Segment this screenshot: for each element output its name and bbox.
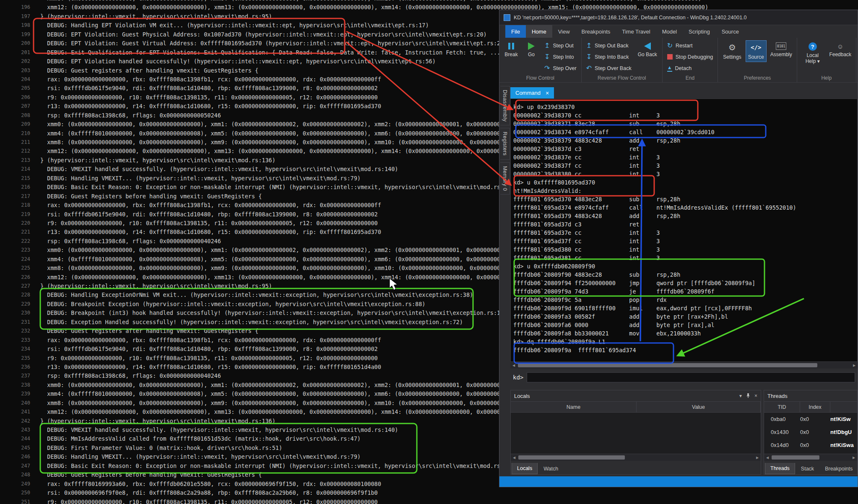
- scrollbar-thumb[interactable]: [772, 455, 819, 460]
- scrollbar-thumb[interactable]: [518, 455, 625, 460]
- ribbon-group: ↻RestartStop Debugging▲DetachEnd: [663, 38, 718, 82]
- ribbon-tab-model[interactable]: Model: [656, 25, 683, 38]
- command-hscrollbar[interactable]: ◀ ▶: [510, 361, 858, 369]
- ribbon-tab-file[interactable]: File: [505, 25, 526, 38]
- stop-debugging-button[interactable]: Stop Debugging: [665, 52, 715, 62]
- threads-title-bar[interactable]: Threads: [764, 390, 857, 402]
- scroll-right-icon[interactable]: ▶: [754, 456, 761, 460]
- assembly-button[interactable]: 0101Assembly: [768, 40, 794, 60]
- step-into-back-button[interactable]: ↧Step Into Back: [584, 52, 634, 62]
- step-out-back-button-label: Step Out Back: [595, 43, 629, 49]
- source-button[interactable]: </>Source: [746, 40, 767, 62]
- line-number: 216: [0, 183, 40, 192]
- detach-button[interactable]: ▲Detach: [665, 63, 715, 73]
- column-header-tid[interactable]: TID: [764, 402, 800, 412]
- ribbon-tab-time-travel[interactable]: Time Travel: [616, 25, 656, 38]
- line-number: 223: [0, 246, 40, 255]
- step-into-icon: ↧: [544, 53, 550, 61]
- line-number: 247: [0, 462, 40, 470]
- console-line-text: r13: 0x0000000000000000, r14: 0xffff808a…: [40, 228, 381, 236]
- ribbon-tab-source[interactable]: Source: [716, 25, 745, 38]
- scroll-left-icon[interactable]: ◀: [511, 456, 517, 460]
- tab-stack[interactable]: Stack: [796, 463, 819, 474]
- console-line-text: DEBUG: Handling VMEXIT... (hypervisor::i…: [40, 174, 361, 183]
- line-number: 212: [0, 147, 40, 156]
- close-icon[interactable]: ×: [546, 90, 549, 96]
- restart-icon: ↻: [667, 42, 673, 49]
- chevron-down-icon[interactable]: ▾: [739, 393, 742, 399]
- help-icon: ?: [809, 42, 817, 51]
- go-button[interactable]: Go: [522, 40, 541, 60]
- console-line-text: DEBUG: Handling VMEXIT... (hypervisor::i…: [40, 452, 361, 461]
- scroll-right-icon[interactable]: ▶: [850, 456, 857, 460]
- step-out-button[interactable]: ↥Step Out: [542, 40, 579, 51]
- settings-button[interactable]: ⚙Settings: [720, 40, 744, 62]
- line-number: 208: [0, 111, 40, 120]
- thread-row[interactable]: 0x14d00x0nt!KiSwa: [764, 439, 857, 452]
- command-input-row: kd>: [510, 371, 855, 384]
- thread-row[interactable]: 0x14300x0nt!DbgU: [764, 426, 857, 439]
- command-output-line: 00000002`39d38371 83ec28 sub esp,28h: [513, 120, 857, 128]
- console-line-text: r9: 0x0000000000000000, r10: 0xffff808ac…: [40, 93, 378, 102]
- step-over-button[interactable]: ↷Step Over: [542, 63, 579, 73]
- threads-hscrollbar[interactable]: ◀ ▶: [764, 454, 857, 461]
- side-tab-memory-0[interactable]: Memory 0: [500, 162, 510, 195]
- close-icon[interactable]: ×: [754, 393, 757, 399]
- thread-row[interactable]: 0xba00x0nt!KiSw: [764, 413, 857, 426]
- line-number: 199: [0, 30, 40, 39]
- command-output[interactable]: kd> up 0x239d3837000000002`39d38370 cc i…: [510, 99, 858, 361]
- ribbon-tab-breakpoints[interactable]: Breakpoints: [576, 25, 616, 38]
- command-tab-label: Command: [515, 90, 541, 96]
- step-into-button[interactable]: ↧Step Into: [542, 52, 579, 62]
- locals-body[interactable]: [511, 413, 761, 454]
- console-line-text: r9: 0x0000000000000000, r10: 0xffff808ac…: [40, 219, 378, 228]
- tab-command[interactable]: Command ×: [510, 87, 554, 99]
- scroll-right-icon[interactable]: ▶: [851, 364, 858, 367]
- restart-button[interactable]: ↻Restart: [665, 40, 715, 51]
- command-output-line: ffffdb06`20809f9a 74d3 je ffffdb06`20809…: [513, 287, 857, 296]
- tab-breakpoints[interactable]: Breakpoints: [820, 463, 858, 474]
- console-line-text: DEBUG: EPT Violation: Guest Physical Add…: [40, 30, 487, 39]
- scrollbar-track[interactable]: [517, 454, 754, 461]
- command-output-line: 00000002`39d3837d c3 ret: [513, 145, 857, 153]
- tab-threads[interactable]: Threads: [765, 463, 795, 474]
- go-back-button[interactable]: Go Back: [635, 40, 660, 60]
- status-bar: [499, 476, 858, 487]
- title-bar[interactable]: KD 'net:port=50000,key=****,target=192.1…: [499, 10, 858, 25]
- column-header-name[interactable]: Name: [511, 402, 637, 412]
- step-out-back-button[interactable]: ↥Step Out Back: [584, 40, 634, 51]
- feedback-button[interactable]: ☺Feedback: [827, 40, 853, 60]
- step-over-icon: ↷: [544, 64, 550, 72]
- tab-watch[interactable]: Watch: [538, 463, 563, 474]
- locals-panel: Locals ▾ × Name Value ◀ ▶ LocalsWatch: [510, 390, 761, 475]
- scrollbar-thumb[interactable]: [518, 363, 817, 367]
- pin-icon[interactable]: [746, 393, 750, 399]
- scroll-left-icon[interactable]: ◀: [764, 456, 771, 460]
- command-input[interactable]: [527, 372, 855, 382]
- break-button[interactable]: Break: [502, 40, 520, 60]
- detach-icon: ▲: [667, 65, 672, 72]
- column-header-index[interactable]: Index: [800, 402, 830, 412]
- step-over-back-button[interactable]: ↶Step Over Back: [584, 63, 634, 73]
- line-number: 246: [0, 452, 40, 461]
- side-tab-registers[interactable]: Registers: [500, 128, 510, 159]
- console-line-text: DEBUG: Guest registers after handling vm…: [40, 327, 258, 335]
- locals-hscrollbar[interactable]: ◀ ▶: [511, 454, 761, 461]
- column-header-value[interactable]: Value: [637, 402, 761, 412]
- tab-locals[interactable]: Locals: [512, 463, 538, 474]
- scrollbar-track[interactable]: [771, 454, 850, 461]
- scroll-left-icon[interactable]: ◀: [510, 364, 517, 367]
- side-tab-disassembly[interactable]: Disassembly: [500, 86, 510, 125]
- ribbon-tab-view[interactable]: View: [552, 25, 576, 38]
- command-output-line: ffffdb06`20809fa6 0000 add byte ptr [rax…: [513, 321, 857, 329]
- command-output-line: nt!MmIsAddressValid:: [513, 187, 857, 195]
- ribbon-tab-home[interactable]: Home: [526, 25, 552, 38]
- ribbon-group: ⚙Settings</>Source0101AssemblyPreference…: [718, 38, 797, 82]
- ribbon-tab-scripting[interactable]: Scripting: [683, 25, 716, 38]
- scrollbar-track[interactable]: [517, 362, 851, 369]
- threads-body[interactable]: 0xba00x0nt!KiSw0x14300x0nt!DbgU0x14d00x0…: [764, 413, 857, 454]
- pause-icon: [507, 42, 515, 50]
- local-help-button[interactable]: ?Local Help ▾: [800, 40, 826, 66]
- gear-icon: ⚙: [728, 42, 736, 52]
- locals-title-bar[interactable]: Locals ▾ ×: [511, 390, 761, 402]
